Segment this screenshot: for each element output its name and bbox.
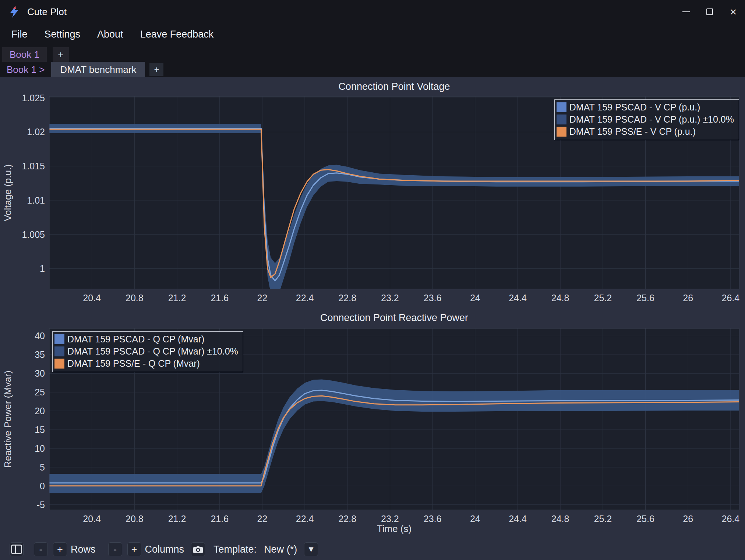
x-tick-label: 22.8 — [338, 514, 356, 524]
legend-swatch — [54, 346, 64, 356]
x-tick-label: 23.2 — [381, 293, 399, 303]
x-tick-label: 24.8 — [551, 293, 569, 303]
x-tick-label: 24 — [470, 293, 480, 303]
x-tick-label: 24 — [470, 514, 480, 524]
breadcrumb-book-1[interactable]: Book 1 > — [0, 62, 51, 77]
x-tick-label: 22.4 — [296, 293, 314, 303]
rows-plus-button[interactable]: + — [53, 542, 67, 556]
minimize-icon — [682, 11, 690, 12]
x-tick-label: 22.8 — [338, 293, 356, 303]
y-tick-label: 1.02 — [27, 127, 45, 137]
y-tick-label: 0 — [40, 481, 45, 491]
x-tick-label: 23.2 — [381, 514, 399, 524]
voltage-chart: 20.420.821.221.62222.422.823.223.62424.4… — [0, 77, 745, 307]
x-tick-label: 26 — [683, 514, 693, 524]
menu-about[interactable]: About — [89, 24, 132, 45]
x-tick-label: 21.2 — [168, 293, 186, 303]
reactive-power-legend: DMAT 159 PSCAD - Q CP (Mvar)DMAT 159 PSC… — [52, 331, 243, 372]
book-tab-bar: Book 1 + — [0, 45, 745, 62]
template-value[interactable]: New (*) — [264, 544, 297, 555]
app-window: Cute Plot × File Settings About Leave Fe… — [0, 0, 745, 560]
bottom-toolbar: - + Rows - + Columns Template: New (*) ▼ — [0, 536, 745, 560]
layout-panel-icon[interactable] — [10, 542, 24, 556]
y-tick-label: 30 — [35, 368, 45, 378]
reactive-power-chart: 20.420.821.221.62222.422.823.223.62424.4… — [0, 307, 745, 536]
chart-title: Connection Point Reactive Power — [320, 312, 468, 323]
y-tick-label: 40 — [35, 331, 45, 341]
x-tick-label: 25.2 — [594, 514, 612, 524]
template-label: Template: — [213, 544, 257, 555]
y-tick-label: 1.01 — [27, 195, 45, 205]
maximize-button[interactable] — [698, 0, 721, 24]
y-tick-label: 35 — [35, 349, 45, 360]
window-title: Cute Plot — [27, 6, 67, 18]
rows-minus-button[interactable]: - — [34, 542, 48, 556]
menu-file[interactable]: File — [3, 24, 36, 45]
x-tick-label: 24.8 — [551, 514, 569, 524]
y-tick-label: 1.025 — [22, 93, 45, 103]
legend-swatch — [557, 115, 566, 124]
x-tick-label: 20.4 — [83, 293, 101, 303]
x-tick-label: 22.4 — [296, 514, 314, 524]
screenshot-button[interactable] — [191, 542, 205, 556]
legend-entry: DMAT 159 PSCAD - V CP (p.u.) — [557, 101, 734, 113]
y-tick-label: 5 — [40, 462, 45, 472]
x-tick-label: 22 — [257, 514, 267, 524]
titlebar: Cute Plot × — [0, 0, 745, 24]
legend-entry: DMAT 159 PSCAD - Q CP (Mvar) — [54, 333, 238, 345]
y-tick-label: -5 — [37, 500, 45, 510]
legend-label: DMAT 159 PSCAD - V CP (p.u.) — [569, 101, 700, 113]
x-tick-label: 26 — [683, 293, 693, 303]
x-tick-label: 25.6 — [636, 514, 654, 524]
columns-plus-button[interactable]: + — [127, 542, 141, 556]
template-dropdown-button[interactable]: ▼ — [304, 542, 318, 556]
x-tick-label: 22 — [257, 293, 267, 303]
y-tick-label: 1.005 — [22, 229, 45, 240]
y-tick-label: 1.015 — [22, 161, 45, 171]
add-book-button[interactable]: + — [53, 47, 69, 62]
sheet-tab-bar: Book 1 > DMAT benchmark + — [0, 62, 745, 77]
x-tick-label: 21.6 — [211, 514, 229, 524]
x-tick-label: 20.8 — [126, 293, 144, 303]
columns-minus-button[interactable]: - — [108, 542, 122, 556]
tab-dmat-benchmark[interactable]: DMAT benchmark — [51, 62, 145, 77]
rows-label: Rows — [71, 544, 96, 555]
close-button[interactable]: × — [721, 0, 745, 24]
legend-swatch — [54, 334, 64, 344]
columns-label: Columns — [145, 544, 184, 555]
x-tick-label: 21.6 — [211, 293, 229, 303]
legend-label: DMAT 159 PSS/E - V CP (p.u.) — [569, 126, 696, 138]
y-tick-label: 20 — [35, 406, 45, 416]
menubar: File Settings About Leave Feedback — [0, 24, 745, 45]
x-tick-label: 23.6 — [424, 514, 442, 524]
menu-settings[interactable]: Settings — [36, 24, 89, 45]
y-tick-label: 15 — [35, 425, 45, 435]
y-tick-label: 1 — [40, 263, 45, 274]
legend-entry: DMAT 159 PSS/E - V CP (p.u.) — [557, 126, 734, 138]
y-axis-label: Reactive Power (Mvar) — [2, 370, 13, 468]
legend-label: DMAT 159 PSCAD - Q CP (Mvar) ±10.0% — [67, 345, 238, 358]
legend-swatch — [557, 102, 566, 112]
maximize-icon — [706, 8, 713, 15]
legend-label: DMAT 159 PSCAD - Q CP (Mvar) — [67, 333, 204, 345]
x-tick-label: 25.6 — [636, 293, 654, 303]
x-tick-label: 26.4 — [722, 293, 740, 303]
x-tick-label: 26.4 — [722, 514, 740, 524]
x-tick-label: 23.6 — [424, 293, 442, 303]
minimize-button[interactable] — [674, 0, 698, 24]
tab-book-1[interactable]: Book 1 — [2, 47, 47, 62]
legend-swatch — [54, 359, 64, 369]
menu-leave-feedback[interactable]: Leave Feedback — [132, 24, 222, 45]
y-axis-label: Voltage (p.u.) — [2, 164, 13, 221]
x-tick-label: 25.2 — [594, 293, 612, 303]
y-tick-label: 25 — [35, 387, 45, 397]
legend-label: DMAT 159 PSS/E - Q CP (Mvar) — [67, 358, 200, 370]
camera-icon — [193, 545, 204, 554]
legend-entry: DMAT 159 PSCAD - Q CP (Mvar) ±10.0% — [54, 345, 238, 358]
x-tick-label: 24.4 — [509, 514, 527, 524]
x-tick-label: 21.2 — [168, 514, 186, 524]
add-sheet-button[interactable]: + — [149, 63, 163, 76]
x-axis-label: Time (s) — [377, 523, 412, 534]
legend-label: DMAT 159 PSCAD - V CP (p.u.) ±10.0% — [569, 113, 734, 126]
x-tick-label: 20.4 — [83, 514, 101, 524]
